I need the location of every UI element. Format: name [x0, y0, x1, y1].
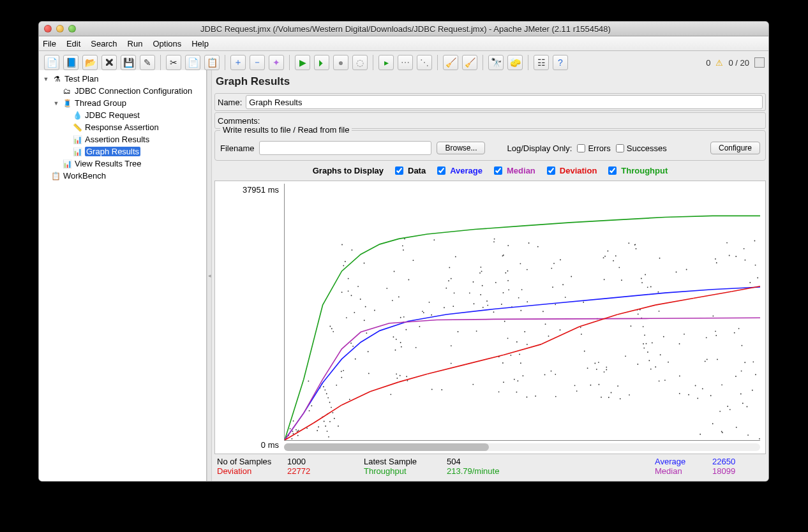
open-icon[interactable]: 📂	[82, 55, 98, 70]
throughput-toggle[interactable]: Throughput	[606, 165, 668, 177]
svg-point-75	[403, 316, 405, 318]
start-no-timers-icon[interactable]: ⏵	[314, 55, 329, 70]
browse-button[interactable]: Browse...	[437, 142, 485, 154]
svg-point-206	[647, 351, 648, 353]
test-plan-tree[interactable]: ▼ ⚗ Test Plan 🗂 JDBC Connection Configur…	[39, 70, 207, 481]
search-tree-icon[interactable]: 🔭	[488, 55, 504, 70]
splitter-handle[interactable]: ◂	[207, 70, 212, 481]
svg-point-280	[318, 426, 319, 427]
tree-assertion-results[interactable]: 📊 Assertion Results	[39, 133, 206, 145]
cut-icon[interactable]: ✂	[166, 55, 181, 70]
svg-point-204	[341, 377, 342, 378]
menu-options[interactable]: Options	[153, 39, 181, 48]
median-label: Median	[655, 466, 712, 476]
paste-icon[interactable]: 📋	[204, 55, 220, 70]
close-icon-btn[interactable]: 🗙	[101, 55, 117, 70]
menu-help[interactable]: Help	[191, 39, 209, 48]
svg-point-262	[297, 435, 299, 436]
remote-start-icon[interactable]: ▸	[378, 55, 394, 70]
svg-point-86	[325, 425, 326, 427]
svg-point-299	[290, 428, 291, 429]
svg-point-146	[327, 397, 329, 399]
copy-icon[interactable]: 📄	[185, 55, 200, 70]
name-input[interactable]	[246, 95, 763, 109]
svg-point-229	[423, 312, 424, 313]
svg-point-165	[368, 351, 369, 352]
median-toggle[interactable]: Median	[491, 165, 535, 177]
help-icon[interactable]: ?	[553, 55, 568, 70]
svg-point-85	[734, 332, 735, 334]
svg-point-118	[608, 397, 610, 398]
tree-thread-group[interactable]: ▼ 🧵 Thread Group	[39, 97, 206, 109]
svg-point-268	[502, 362, 504, 364]
average-toggle[interactable]: Average	[435, 165, 483, 177]
svg-point-159	[552, 286, 553, 288]
scrollbar-thumb[interactable]	[284, 443, 489, 451]
errors-checkbox[interactable]: Errors	[577, 144, 610, 153]
caret-down-icon[interactable]: ▼	[53, 100, 59, 107]
svg-line-312	[694, 292, 732, 299]
deviation-toggle[interactable]: Deviation	[544, 165, 597, 177]
separator	[437, 55, 438, 70]
tree-view-results-tree[interactable]: 📊 View Results Tree	[39, 158, 206, 170]
data-toggle[interactable]: Data	[393, 165, 426, 177]
tree-jdbc-request[interactable]: 💧 JDBC Request	[39, 109, 206, 121]
function-helper-icon[interactable]: ☷	[534, 55, 549, 70]
caret-down-icon[interactable]: ▼	[43, 76, 49, 82]
reset-search-icon[interactable]: 🧽	[507, 55, 523, 70]
svg-point-292	[451, 278, 452, 279]
clear-icon[interactable]: 🧹	[443, 55, 458, 70]
latest-value: 504	[447, 457, 549, 466]
successes-checkbox-input[interactable]	[616, 144, 624, 152]
collapse-icon[interactable]: －	[250, 55, 265, 70]
menu-edit[interactable]: Edit	[66, 39, 80, 48]
thread-group-icon: 🧵	[62, 98, 72, 108]
file-group-legend: Write results to file / Read from file	[220, 125, 352, 135]
separator	[289, 55, 290, 70]
filename-input[interactable]	[259, 141, 431, 155]
successes-checkbox[interactable]: Successes	[616, 144, 667, 153]
svg-point-41	[516, 341, 518, 343]
tree-jdbc-connection[interactable]: 🗂 JDBC Connection Configuration	[39, 85, 206, 97]
svg-point-52	[493, 311, 495, 313]
expand-icon[interactable]: ＋	[230, 55, 246, 70]
new-icon[interactable]: 📄	[44, 55, 59, 70]
flask-icon: ⚗	[52, 74, 62, 84]
remote-shutdown-icon[interactable]: ⋱	[417, 55, 432, 70]
svg-point-11	[752, 361, 754, 362]
menu-search[interactable]: Search	[91, 39, 117, 48]
tree-graph-results[interactable]: 📊 Graph Results	[39, 145, 206, 158]
start-icon[interactable]: ▶	[295, 55, 310, 70]
save-as-icon[interactable]: ✎	[140, 55, 155, 70]
tree-test-plan[interactable]: ▼ ⚗ Test Plan	[39, 73, 206, 85]
svg-point-78	[712, 423, 714, 424]
graphs-label: Graphs to Display	[313, 166, 384, 175]
svg-point-284	[749, 282, 751, 283]
svg-point-202	[348, 290, 349, 292]
menu-file[interactable]: File	[43, 39, 56, 48]
shutdown-icon[interactable]: ◌	[352, 55, 368, 70]
save-icon[interactable]: 💾	[121, 55, 136, 70]
svg-point-141	[393, 336, 394, 337]
svg-line-302	[341, 392, 370, 405]
toggle-icon[interactable]: ✦	[269, 55, 284, 70]
svg-point-161	[601, 397, 602, 398]
svg-point-97	[352, 249, 353, 251]
svg-point-297	[545, 323, 546, 325]
tree-workbench[interactable]: 📋 WorkBench	[39, 170, 206, 182]
horizontal-scrollbar[interactable]	[284, 443, 760, 451]
plot-area	[284, 184, 760, 441]
samples-label: No of Samples	[217, 457, 287, 466]
svg-point-149	[402, 245, 403, 246]
tree-response-assertion[interactable]: 📏 Response Assertion	[39, 121, 206, 133]
svg-point-259	[596, 369, 597, 370]
remote-stop-icon[interactable]: ⋯	[398, 55, 413, 70]
menu-run[interactable]: Run	[128, 39, 143, 48]
templates-icon[interactable]: 📘	[63, 55, 79, 70]
configure-button[interactable]: Configure	[710, 142, 760, 154]
file-group: Write results to file / Read from file F…	[214, 130, 766, 161]
stop-icon[interactable]: ●	[333, 55, 348, 70]
clear-all-icon[interactable]: 🧹	[462, 55, 477, 70]
errors-checkbox-input[interactable]	[577, 144, 585, 152]
svg-point-210	[454, 292, 455, 293]
